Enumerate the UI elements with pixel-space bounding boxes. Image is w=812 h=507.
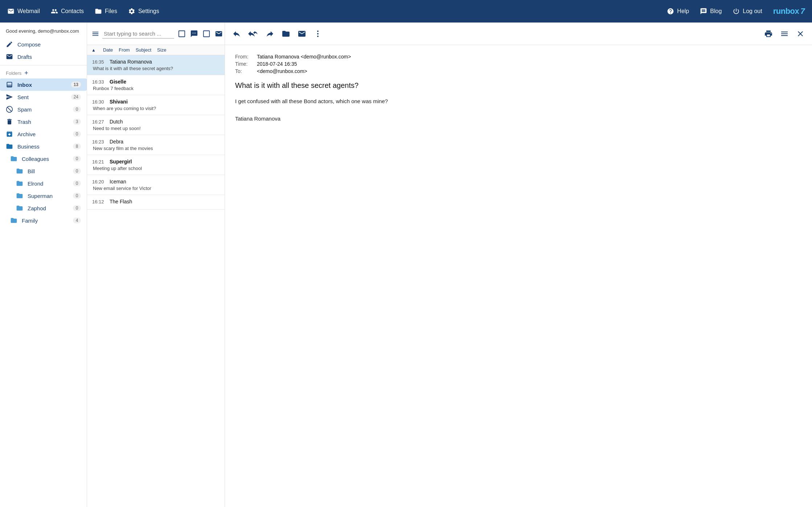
nav-settings[interactable]: Settings [128, 8, 159, 15]
table-row[interactable]: 16:33 Giselle Runbox 7 feedback [87, 75, 225, 95]
email-from: Dutch [110, 119, 123, 125]
sidebar-item-family[interactable]: Family 4 [0, 214, 87, 227]
email-time: 16:33 [92, 79, 106, 85]
close-button[interactable] [795, 28, 806, 40]
email-subject: Runbox 7 feedback [92, 86, 220, 91]
email-from: Shivani [110, 99, 128, 105]
to-label: To: [235, 68, 257, 74]
email-detail-content: I get confused with all these Bond actor… [235, 97, 802, 123]
email-from: The Flash [110, 199, 132, 204]
sidebar-item-elrond[interactable]: Elrond 0 [0, 177, 87, 190]
col-from[interactable]: From [119, 47, 130, 53]
email-meta: From: Tatiana Romanova <demo@runbox.com>… [235, 54, 802, 74]
hamburger-menu-button[interactable] [91, 30, 99, 38]
svg-point-6 [317, 36, 319, 37]
table-row[interactable]: 16:30 Shivani When are you coming to vis… [87, 95, 225, 115]
sidebar-compose[interactable]: Compose [0, 38, 87, 50]
nav-files[interactable]: Files [95, 8, 117, 15]
chat-icon-button[interactable] [189, 29, 199, 38]
email-detail-toolbar [225, 23, 812, 45]
sidebar-item-bill[interactable]: Bill 0 [0, 165, 87, 177]
table-row[interactable]: 16:35 Tatiana Romanova What is it with a… [87, 55, 225, 75]
reply-button[interactable] [231, 28, 242, 40]
more-options-button[interactable] [312, 28, 324, 40]
table-row[interactable]: 16:20 Iceman New email service for Victo… [87, 175, 225, 195]
email-subject: New scary film at the movies [92, 146, 220, 151]
folders-header: Folders + [0, 68, 87, 78]
sidebar-item-superman[interactable]: Superman 0 [0, 190, 87, 202]
main-layout: Good evening, demo@runbox.com Compose Dr… [0, 23, 812, 507]
email-time: 16:20 [92, 179, 106, 184]
email-subject: What is it with all these secret agents? [92, 66, 220, 71]
sidebar-item-archive[interactable]: Archive 0 [0, 128, 87, 140]
from-value: Tatiana Romanova <demo@runbox.com> [257, 54, 351, 60]
sidebar-item-colleagues[interactable]: Colleagues 0 [0, 153, 87, 165]
sidebar-item-sent[interactable]: Sent 24 [0, 91, 87, 103]
nav-help[interactable]: Help [667, 8, 689, 15]
email-list-columns: ▲ Date From Subject Size [87, 45, 225, 55]
email-subject: When are you coming to visit? [92, 106, 220, 111]
col-size[interactable]: Size [157, 47, 166, 53]
email-list-panel: ▲ Date From Subject Size 16:35 Tatiana R… [87, 23, 225, 507]
email-from: Iceman [110, 179, 126, 184]
sidebar-divider [0, 65, 87, 65]
email-from: Giselle [110, 79, 126, 85]
nav-logout[interactable]: Log out [733, 8, 762, 15]
table-row[interactable]: 16:23 Debra New scary film at the movies [87, 135, 225, 155]
greeting-text: Good evening, demo@runbox.com [0, 25, 87, 38]
svg-rect-2 [179, 31, 185, 37]
email-list-body: 16:35 Tatiana Romanova What is it with a… [87, 55, 225, 507]
view-source-button[interactable] [779, 28, 790, 40]
email-time: 16:27 [92, 119, 106, 125]
mark-read-button[interactable] [296, 28, 308, 40]
sidebar-item-spam[interactable]: Spam 0 [0, 103, 87, 115]
sidebar-item-business[interactable]: Business 8 [0, 140, 87, 153]
email-list-toolbar [87, 23, 225, 45]
email-from: Tatiana Romanova [110, 59, 152, 65]
select-all-checkbox-button[interactable] [177, 29, 186, 38]
col-subject[interactable]: Subject [136, 47, 151, 53]
reply-all-button[interactable] [247, 28, 260, 40]
svg-line-1 [7, 107, 12, 111]
svg-rect-3 [204, 31, 210, 37]
sidebar: Good evening, demo@runbox.com Compose Dr… [0, 23, 87, 507]
email-detail-panel: From: Tatiana Romanova <demo@runbox.com>… [225, 23, 812, 507]
email-time: 16:30 [92, 99, 106, 105]
search-input[interactable] [102, 29, 174, 38]
nav-blog[interactable]: Blog [700, 8, 722, 15]
add-folder-button[interactable]: + [24, 70, 28, 76]
email-from: Supergirl [110, 159, 132, 165]
email-from: Debra [110, 139, 123, 145]
table-row[interactable]: 16:12 The Flash [87, 195, 225, 210]
col-date[interactable]: Date [103, 47, 113, 53]
email-signature: Tatiana Romanova [235, 114, 802, 123]
email-subject: Meeting up after school [92, 166, 220, 171]
compose-button[interactable] [214, 29, 223, 38]
email-detail-subject: What is it with all these secret agents? [235, 81, 802, 90]
email-time: 16:35 [92, 59, 106, 65]
time-value: 2018-07-24 16:35 [257, 61, 297, 67]
nav-webmail[interactable]: Webmail [7, 8, 40, 15]
email-detail-body: From: Tatiana Romanova <demo@runbox.com>… [225, 45, 812, 507]
email-subject: New email service for Victor [92, 186, 220, 191]
view-toggle-button[interactable] [202, 29, 211, 38]
print-button[interactable] [763, 28, 774, 40]
to-value: <demo@runbox.com> [257, 68, 307, 74]
from-label: From: [235, 54, 257, 60]
nav-contacts[interactable]: Contacts [51, 8, 84, 15]
email-time: 16:12 [92, 199, 106, 204]
sidebar-drafts[interactable]: Drafts [0, 50, 87, 63]
email-time: 16:23 [92, 139, 106, 145]
sidebar-item-inbox[interactable]: Inbox 13 [0, 78, 87, 91]
table-row[interactable]: 16:27 Dutch Need to meet up soon! [87, 115, 225, 135]
top-navigation: Webmail Contacts Files Settings Help Blo… [0, 0, 812, 23]
forward-button[interactable] [264, 28, 276, 40]
email-subject: Need to meet up soon! [92, 126, 220, 131]
app-logo: runbox7 [773, 7, 805, 16]
move-to-folder-button[interactable] [280, 28, 292, 40]
sidebar-item-zaphod[interactable]: Zaphod 0 [0, 202, 87, 214]
email-body-line1: I get confused with all these Bond actor… [235, 97, 802, 106]
table-row[interactable]: 16:21 Supergirl Meeting up after school [87, 155, 225, 175]
sidebar-item-trash[interactable]: Trash 3 [0, 115, 87, 128]
svg-point-5 [317, 33, 319, 35]
